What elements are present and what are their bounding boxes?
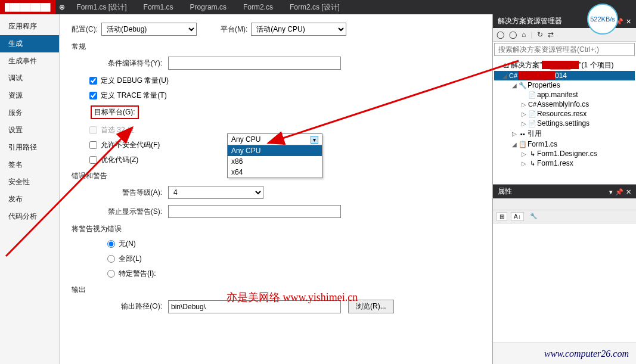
resx-icon: 📄 (528, 110, 537, 118)
pin-icon[interactable]: ⊕ (55, 3, 69, 11)
unsafe-label: 允许不安全代码(F) (101, 140, 160, 150)
csharp-project-icon: C# (508, 72, 518, 79)
cond-symbol-input[interactable] (168, 57, 341, 70)
solution-explorer-toolbar: ◯ ◯ ⌂ | ↻ ⇄ (493, 28, 636, 42)
warn-level-label: 警告等级(A): (91, 188, 168, 198)
treat-as-error-header: 将警告视为错误 (72, 224, 480, 234)
categorized-icon[interactable]: ⊞ (497, 212, 507, 221)
sidebar-item-signing[interactable]: 签名 (0, 156, 59, 173)
config-select[interactable]: 活动(Debug) (101, 23, 197, 36)
sync-icon[interactable]: ⇄ (548, 30, 554, 39)
sidebar-item-resources[interactable]: 资源 (0, 87, 59, 104)
back-icon[interactable]: ◯ (497, 30, 504, 39)
warn-level-select[interactable]: 4 (168, 186, 263, 199)
pin-icon[interactable]: 📌 (615, 188, 623, 195)
home-icon[interactable]: ⌂ (522, 30, 526, 39)
tae-specific-label: 特定警告(I): (119, 269, 156, 279)
solution-tree[interactable]: 🗂 解决方案"████"(1 个项目) ◢C# ████014 ◢🔧Proper… (493, 57, 636, 184)
cond-symbol-label: 条件编译符号(Y): (91, 58, 168, 69)
form1-resx-node[interactable]: Form1.resx (537, 159, 573, 167)
settings-file-icon: 📄 (528, 120, 537, 127)
refresh-icon[interactable]: ↻ (537, 30, 543, 39)
csharp-file-icon: C# (528, 101, 537, 108)
platform-select[interactable]: 活动(Any CPU) (251, 23, 346, 36)
properties-panel: 属性 ▾📌✕ ⊞ A↓ 🔧 (493, 184, 636, 364)
form1-cs-node[interactable]: Form1.cs (528, 140, 557, 148)
build-settings-content: 配置(C): 活动(Debug) 平台(M): 活动(Any CPU) 常规 条… (60, 14, 492, 364)
tab-form1-design[interactable]: Form1.cs [设计] (69, 0, 135, 14)
form-icon: 📋 (518, 141, 528, 148)
platform-label: 平台(M): (221, 24, 247, 35)
alphabetical-icon[interactable]: A↓ (511, 212, 524, 221)
prefer32-label: 首选 32 位 (101, 125, 134, 135)
forward-icon[interactable]: ◯ (509, 30, 517, 39)
app-manifest-node[interactable]: app.manifest (537, 91, 578, 99)
sidebar-item-publish[interactable]: 发布 (0, 191, 59, 208)
sidebar-item-code-analysis[interactable]: 代码分析 (0, 208, 59, 225)
sidebar-item-services[interactable]: 服务 (0, 104, 59, 122)
dropdown-option-x86[interactable]: x86 (228, 156, 322, 167)
watermark-text: 亦是美网络 www.yishimei.cn (227, 290, 358, 304)
tab-form2-cs[interactable]: Form2.cs (235, 0, 281, 14)
assemblyinfo-node[interactable]: AssemblyInfo.cs (537, 100, 589, 108)
close-icon[interactable]: ✕ (626, 18, 631, 25)
speed-badge: 522KB/s (587, 4, 618, 35)
dropdown-option-x64[interactable]: x64 (228, 167, 322, 178)
solution-explorer-search[interactable] (494, 43, 635, 56)
sidebar-item-application[interactable]: 应用程序 (0, 18, 59, 35)
solution-icon: 🗂 (501, 62, 511, 69)
close-icon[interactable]: ✕ (626, 188, 631, 195)
sidebar-item-build-events[interactable]: 生成事件 (0, 52, 59, 70)
general-header: 常规 (72, 42, 480, 52)
optimize-label: 优化代码(Z) (101, 155, 138, 165)
prefer32-checkbox (89, 126, 97, 134)
project-settings-sidebar: 应用程序 生成 生成事件 调试 资源 服务 设置 引用路径 签名 安全性 发布 … (0, 14, 60, 364)
properties-node[interactable]: Properties (528, 81, 560, 89)
form1-designer-node[interactable]: Form1.Designer.cs (537, 150, 597, 158)
suppress-input[interactable] (168, 205, 341, 218)
tae-all-radio[interactable] (107, 255, 115, 263)
dropdown-icon[interactable]: ▾ (609, 188, 613, 195)
document-tabs-bar: █████████ ⊕ Form1.cs [设计] Form1.cs Progr… (0, 0, 636, 14)
suppress-label: 禁止显示警告(S): (91, 207, 168, 217)
sidebar-item-settings[interactable]: 设置 (0, 122, 59, 139)
tae-all-label: 全部(L) (119, 254, 142, 264)
project-node[interactable]: ████014 (518, 71, 567, 80)
tae-specific-radio[interactable] (107, 270, 115, 278)
tab-program-cs[interactable]: Program.cs (182, 0, 235, 14)
tab-form1-cs[interactable]: Form1.cs (135, 0, 182, 14)
solution-explorer-title: 解决方案资源管理器 (498, 16, 562, 26)
output-path-label: 输出路径(O): (91, 301, 168, 312)
optimize-checkbox[interactable] (89, 156, 97, 164)
define-trace-checkbox[interactable] (89, 92, 97, 99)
resx-icon: ↳ (528, 160, 537, 167)
tab-pinned-redacted[interactable]: █████████ (0, 0, 55, 14)
settings-settings-node[interactable]: Settings.settings (537, 119, 590, 127)
watermark-url: www.computer26.com (544, 349, 629, 359)
tab-form2-design[interactable]: Form2.cs [设计] (281, 0, 348, 14)
sidebar-item-debug[interactable]: 调试 (0, 70, 59, 87)
chevron-down-icon[interactable]: ▾ (311, 136, 318, 144)
define-debug-checkbox[interactable] (89, 77, 97, 85)
unsafe-checkbox[interactable] (89, 141, 97, 149)
config-label: 配置(C): (72, 24, 98, 35)
references-icon: ▪▪ (518, 130, 528, 138)
csharp-file-icon: ↳ (528, 150, 537, 158)
tae-none-radio[interactable] (107, 240, 115, 248)
target-platform-dropdown[interactable]: Any CPU▾ Any CPU x86 x64 (227, 133, 322, 178)
target-platform-label: 目标平台(G): (91, 105, 139, 119)
sidebar-item-build[interactable]: 生成 (0, 35, 59, 52)
solution-search-input[interactable] (495, 43, 634, 55)
properties-icon[interactable]: 🔧 (528, 212, 539, 221)
dropdown-option-anycpu[interactable]: Any CPU (228, 145, 322, 156)
sidebar-item-security[interactable]: 安全性 (0, 173, 59, 191)
solution-node[interactable]: 解决方案"████"(1 个项目) (511, 60, 614, 70)
resources-resx-node[interactable]: Resources.resx (537, 110, 587, 118)
wrench-icon: 🔧 (518, 82, 528, 89)
tae-none-label: 无(N) (119, 239, 136, 249)
references-node[interactable]: 引用 (528, 129, 542, 139)
file-icon: 📄 (528, 91, 537, 99)
sidebar-item-reference-paths[interactable]: 引用路径 (0, 139, 59, 156)
define-trace-label: 定义 TRACE 常量(T) (101, 91, 167, 101)
properties-title: 属性 (498, 186, 512, 197)
